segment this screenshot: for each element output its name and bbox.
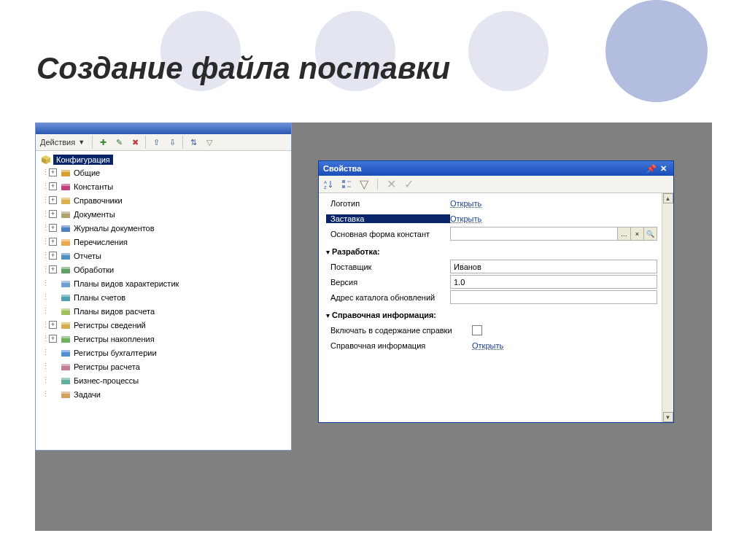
scroll-down-icon[interactable]: ▼	[663, 412, 673, 422]
expand-icon[interactable]: +	[49, 335, 57, 343]
tree-item[interactable]: ⋮+Обработки	[37, 262, 290, 276]
tree-item[interactable]: ⋮+Документы	[37, 207, 290, 221]
filter-icon[interactable]: ▽	[202, 135, 217, 149]
tree-item[interactable]: ⋮Регистры расчета	[37, 359, 290, 373]
prop-row-include-help: Включать в содержание справки	[326, 322, 657, 338]
circle	[468, 11, 549, 91]
section-label: Справочная информация:	[332, 311, 436, 319]
section-development[interactable]: ▾ Разработка:	[326, 244, 657, 259]
tree-item-label: Регистры сведений	[74, 321, 146, 330]
tree-item[interactable]: ⋮+Перечисления	[37, 235, 290, 249]
section-help[interactable]: ▾ Справочная информация:	[326, 308, 657, 322]
tree-root[interactable]: Конфигурация	[37, 154, 290, 166]
tree-item-label: Планы видов характеристик	[74, 279, 179, 288]
expand-icon[interactable]: +	[49, 224, 57, 232]
expand-icon[interactable]: +	[49, 238, 57, 246]
tree-item-label: Задачи	[74, 390, 101, 399]
tree-item[interactable]: ⋮+Регистры сведений	[37, 318, 290, 332]
configuration-panel: Действия ▼ ✚ ✎ ✖ ⇧ ⇩ ⇅ ▽ Конфигурация ⋮+…	[35, 122, 292, 451]
tree-item[interactable]: ⋮+Справочники	[37, 193, 290, 207]
tree-item[interactable]: ⋮+Регистры накопления	[37, 332, 290, 346]
tree-item[interactable]: ⋮+Отчеты	[37, 249, 290, 262]
tree-item[interactable]: ⋮+Константы	[37, 179, 290, 193]
prop-value-group: … × 🔍	[450, 227, 657, 241]
open-link[interactable]: Открыть	[450, 214, 481, 223]
filter-icon[interactable]: ▽	[357, 177, 371, 192]
svg-rect-22	[61, 295, 70, 297]
update-url-input[interactable]	[450, 290, 657, 304]
expand-icon[interactable]: +	[49, 196, 57, 204]
tree-line: ⋮	[42, 168, 49, 177]
tree-item-label: Планы видов расчета	[74, 307, 155, 316]
tree-item[interactable]: ⋮+Журналы документов	[37, 221, 290, 235]
tree-item[interactable]: ⋮Регистры бухгалтерии	[37, 346, 290, 359]
close-icon[interactable]: ✕	[657, 163, 669, 174]
config-tree[interactable]: Конфигурация ⋮+Общие⋮+Константы⋮+Справоч…	[36, 151, 291, 450]
circle	[605, 0, 708, 102]
process-icon	[60, 375, 71, 386]
properties-toolbar: AZ ▽ ✕ ✓	[319, 176, 673, 193]
prop-row-help-info: Справочная информация Открыть	[326, 338, 657, 353]
tree-line: ⋮	[42, 306, 49, 316]
expand-icon[interactable]: +	[49, 168, 57, 176]
tree-item[interactable]: ⋮+Общие	[37, 166, 290, 179]
edit-icon[interactable]: ✎	[112, 135, 126, 149]
sort-icon[interactable]: ⇅	[186, 135, 201, 149]
list-icon	[60, 236, 71, 248]
tree-item[interactable]: ⋮Бизнес-процессы	[37, 373, 290, 387]
pin-icon[interactable]: 📌	[646, 163, 657, 174]
clear-button[interactable]: ×	[631, 227, 644, 241]
vendor-input[interactable]	[450, 260, 657, 273]
tree-item[interactable]: ⋮Планы счетов	[37, 290, 290, 304]
cube-icon	[40, 154, 52, 166]
version-input[interactable]	[450, 275, 657, 289]
move-up-icon[interactable]: ⇧	[149, 135, 163, 149]
accept-icon[interactable]: ✓	[401, 177, 416, 192]
include-help-checkbox[interactable]	[472, 325, 482, 335]
svg-rect-28	[61, 336, 70, 338]
tree-line: ⋮	[42, 237, 49, 246]
expand-icon[interactable]: +	[49, 182, 57, 190]
expand-icon[interactable]: +	[49, 252, 57, 260]
tree-line: ⋮	[42, 182, 49, 191]
reg-accum-icon	[60, 333, 71, 345]
prop-row-splash[interactable]: Заставка Открыть	[326, 211, 657, 226]
expand-icon[interactable]: +	[49, 210, 57, 218]
add-icon[interactable]: ✚	[96, 135, 110, 149]
open-link[interactable]: Открыть	[472, 341, 503, 350]
svg-rect-30	[61, 350, 70, 352]
chevron-down-icon[interactable]: ▼	[78, 139, 85, 146]
move-down-icon[interactable]: ⇩	[165, 135, 179, 149]
const-form-input[interactable]	[450, 227, 618, 241]
categorized-icon[interactable]	[339, 177, 354, 192]
ellipsis-button[interactable]: …	[618, 227, 631, 241]
tree-item-label: Регистры накопления	[74, 335, 155, 343]
doc-icon	[60, 209, 71, 220]
tree-item[interactable]: ⋮Планы видов расчета	[37, 304, 290, 318]
lookup-button[interactable]: 🔍	[644, 227, 657, 241]
svg-rect-16	[61, 253, 70, 255]
open-link[interactable]: Открыть	[450, 199, 481, 208]
svg-rect-10	[61, 211, 70, 214]
sort-az-icon[interactable]: AZ	[322, 177, 336, 192]
tree-line: ⋮	[42, 279, 49, 288]
scrollbar[interactable]: ▲ ▼	[662, 193, 673, 422]
prop-label: Справочная информация	[326, 341, 472, 350]
expand-icon[interactable]: +	[49, 321, 57, 329]
pi-icon	[60, 181, 71, 192]
reg-acc-icon	[60, 347, 71, 359]
tree-item[interactable]: ⋮Планы видов характеристик	[37, 276, 290, 290]
cancel-icon[interactable]: ✕	[384, 177, 398, 192]
actions-menu[interactable]: Действия	[39, 137, 77, 147]
delete-icon[interactable]: ✖	[128, 135, 142, 149]
journal-icon	[60, 222, 71, 234]
prop-label-selected: Заставка	[326, 214, 450, 223]
properties-titlebar[interactable]: Свойства 📌 ✕	[319, 161, 673, 176]
accounts-icon	[60, 292, 71, 303]
tree-branch	[49, 376, 57, 384]
svg-rect-24	[61, 308, 70, 311]
scroll-up-icon[interactable]: ▲	[663, 193, 673, 203]
svg-rect-32	[61, 364, 70, 366]
tree-item[interactable]: ⋮Задачи	[37, 387, 290, 401]
expand-icon[interactable]: +	[49, 265, 57, 273]
